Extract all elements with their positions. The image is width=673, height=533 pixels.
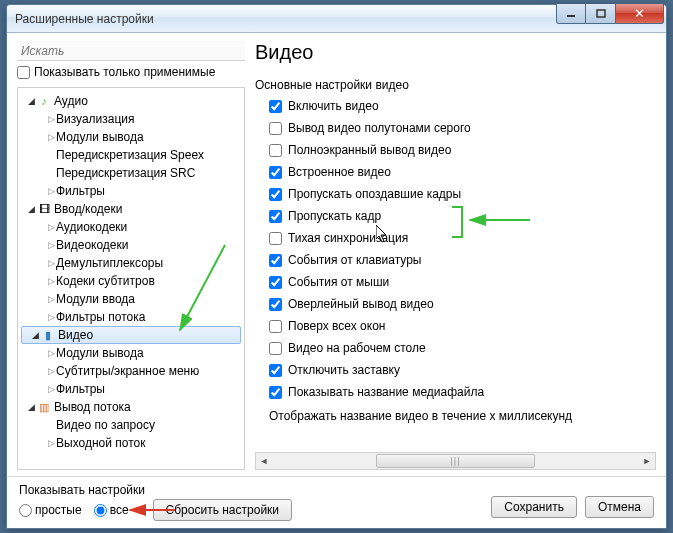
- collapse-icon: ▷: [46, 438, 56, 448]
- option-label: Полноэкранный вывод видео: [288, 143, 451, 157]
- scroll-right-icon[interactable]: ►: [639, 456, 655, 466]
- option-checkbox[interactable]: [269, 122, 282, 135]
- section-subhead: Основные настройки видео: [255, 78, 656, 92]
- tree-item[interactable]: ▷Модули ввода: [18, 290, 244, 308]
- collapse-icon: ▷: [46, 222, 56, 232]
- option-checkbox[interactable]: [269, 320, 282, 333]
- option-label: Видео на рабочем столе: [288, 341, 426, 355]
- tree-item[interactable]: ▷Фильтры потока: [18, 308, 244, 326]
- minimize-button[interactable]: [556, 4, 586, 24]
- tree-item[interactable]: ▷Фильтры: [18, 182, 244, 200]
- option-row: Показывать название медиафайла: [255, 381, 656, 403]
- expand-icon: ◢: [26, 96, 36, 106]
- titlebar[interactable]: Расширенные настройки ✕: [7, 5, 666, 33]
- expand-icon: ◢: [26, 402, 36, 412]
- option-row: Пропускать кадр: [255, 205, 656, 227]
- option-row: Поверх всех окон: [255, 315, 656, 337]
- tree-item[interactable]: Передискретизация SRC: [18, 164, 244, 182]
- option-checkbox[interactable]: [269, 188, 282, 201]
- maximize-button[interactable]: [586, 4, 616, 24]
- option-label: События от клавиатуры: [288, 253, 421, 267]
- search-input[interactable]: [17, 41, 245, 61]
- options-list: Включить видеоВывод видео полутонами сер…: [255, 95, 656, 444]
- stream-icon: ▥: [36, 399, 52, 415]
- collapse-icon: ▷: [46, 312, 56, 322]
- tree-item[interactable]: ▷Фильтры: [18, 380, 244, 398]
- tree-item-audio[interactable]: ◢♪Аудио: [18, 92, 244, 110]
- option-label: Поверх всех окон: [288, 319, 385, 333]
- tree-item[interactable]: ▷Модули вывода: [18, 128, 244, 146]
- option-checkbox[interactable]: [269, 232, 282, 245]
- reset-button[interactable]: Сбросить настройки: [153, 499, 292, 521]
- collapse-icon: ▷: [46, 186, 56, 196]
- save-button[interactable]: Сохранить: [491, 496, 577, 518]
- tree-item[interactable]: ▷Выходной поток: [18, 434, 244, 452]
- option-checkbox[interactable]: [269, 144, 282, 157]
- expand-icon: ◢: [30, 330, 40, 340]
- option-row: Оверлейный вывод видео: [255, 293, 656, 315]
- tree-item[interactable]: ▷Аудиокодеки: [18, 218, 244, 236]
- audio-icon: ♪: [36, 93, 52, 109]
- option-checkbox[interactable]: [269, 298, 282, 311]
- caption-label: Отображать название видео в течение x ми…: [269, 409, 656, 423]
- option-checkbox[interactable]: [269, 100, 282, 113]
- tree-item[interactable]: ▷Видеокодеки: [18, 236, 244, 254]
- collapse-icon: ▷: [46, 348, 56, 358]
- close-button[interactable]: ✕: [616, 4, 664, 24]
- option-row: События от клавиатуры: [255, 249, 656, 271]
- option-label: Оверлейный вывод видео: [288, 297, 434, 311]
- tree-item-output[interactable]: ◢▥Вывод потока: [18, 398, 244, 416]
- applicable-checkbox[interactable]: [17, 66, 30, 79]
- option-checkbox[interactable]: [269, 254, 282, 267]
- settings-window: Расширенные настройки ✕ Показывать тольк…: [6, 4, 667, 529]
- tree-item[interactable]: Видео по запросу: [18, 416, 244, 434]
- option-checkbox[interactable]: [269, 364, 282, 377]
- collapse-icon: ▷: [46, 366, 56, 376]
- tree-item-video[interactable]: ◢▮Видео: [21, 326, 241, 344]
- svg-rect-1: [597, 10, 605, 17]
- collapse-icon: ▷: [46, 114, 56, 124]
- page-heading: Видео: [255, 41, 656, 64]
- left-pane: Показывать только применимые ◢♪Аудио ▷Ви…: [17, 41, 245, 470]
- collapse-icon: ▷: [46, 384, 56, 394]
- scroll-left-icon[interactable]: ◄: [256, 456, 272, 466]
- right-pane: Видео Основные настройки видео Включить …: [255, 41, 656, 470]
- option-checkbox[interactable]: [269, 342, 282, 355]
- option-checkbox[interactable]: [269, 386, 282, 399]
- option-label: Тихая синхронизация: [288, 231, 408, 245]
- radio-all[interactable]: все: [94, 503, 129, 517]
- footer: Показывать настройки простые все Сбросит…: [7, 476, 666, 528]
- option-row: Включить видео: [255, 95, 656, 117]
- tree-item[interactable]: ▷Кодеки субтитров: [18, 272, 244, 290]
- expand-icon: ◢: [26, 204, 36, 214]
- option-label: Пропускать кадр: [288, 209, 381, 223]
- option-label: Встроенное видео: [288, 165, 391, 179]
- option-row: Встроенное видео: [255, 161, 656, 183]
- cursor-icon: [376, 225, 390, 245]
- option-row: Видео на рабочем столе: [255, 337, 656, 359]
- radio-simple[interactable]: простые: [19, 503, 82, 517]
- option-row: Вывод видео полутонами серого: [255, 117, 656, 139]
- option-label: Вывод видео полутонами серого: [288, 121, 471, 135]
- tree-item[interactable]: ▷Модули вывода: [18, 344, 244, 362]
- window-title: Расширенные настройки: [15, 12, 154, 26]
- option-checkbox[interactable]: [269, 210, 282, 223]
- option-checkbox[interactable]: [269, 276, 282, 289]
- scrollbar-thumb[interactable]: |||: [376, 454, 536, 468]
- tree-item[interactable]: ▷Субтитры/экранное меню: [18, 362, 244, 380]
- option-row: Пропускать опоздавшие кадры: [255, 183, 656, 205]
- option-label: Пропускать опоздавшие кадры: [288, 187, 461, 201]
- tree-item[interactable]: ▷Демультиплексоры: [18, 254, 244, 272]
- option-checkbox[interactable]: [269, 166, 282, 179]
- tree-item-input[interactable]: ◢🎞Ввод/кодеки: [18, 200, 244, 218]
- tree-item[interactable]: ▷Визуализация: [18, 110, 244, 128]
- collapse-icon: ▷: [46, 276, 56, 286]
- horizontal-scrollbar[interactable]: ◄ ||| ►: [255, 452, 656, 470]
- option-label: Отключить заставку: [288, 363, 400, 377]
- settings-tree[interactable]: ◢♪Аудио ▷Визуализация ▷Модули вывода Пер…: [17, 87, 245, 470]
- option-label: Включить видео: [288, 99, 379, 113]
- collapse-icon: ▷: [46, 132, 56, 142]
- tree-item[interactable]: Передискретизация Speex: [18, 146, 244, 164]
- cancel-button[interactable]: Отмена: [585, 496, 654, 518]
- show-settings-label: Показывать настройки: [19, 483, 654, 497]
